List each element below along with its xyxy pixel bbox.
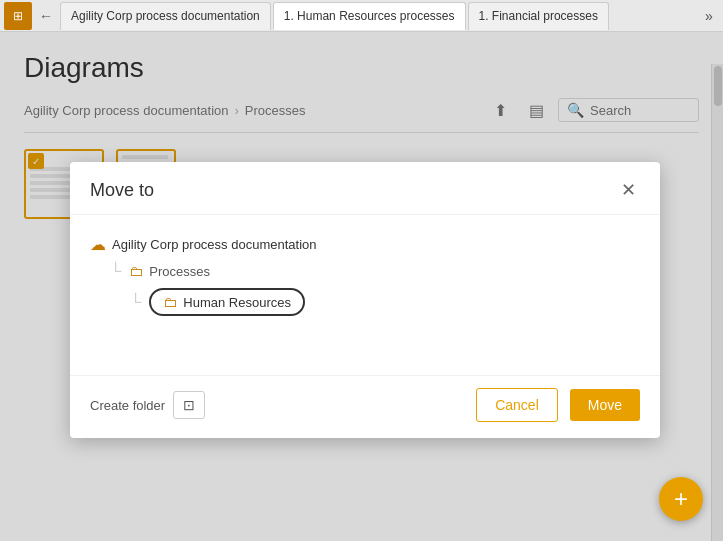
cloud-icon: ☁	[90, 235, 106, 254]
create-folder-icon: ⊡	[183, 397, 195, 413]
create-folder-area: Create folder ⊡	[90, 391, 205, 419]
tree-root-label: Agility Corp process documentation	[112, 237, 317, 252]
tree-level-2: └ 🗀 Human Resources	[110, 284, 640, 320]
tree-human-resources-label: Human Resources	[183, 295, 291, 310]
tab-bar: ⊞ ← Agility Corp process documentation 1…	[0, 0, 723, 32]
tree-item-processes[interactable]: └ 🗀 Processes	[110, 258, 640, 284]
tree-connector-2: └	[130, 293, 141, 311]
tab-financial-processes[interactable]: 1. Financial processes	[468, 2, 609, 30]
move-button[interactable]: Move	[570, 389, 640, 421]
cancel-button[interactable]: Cancel	[476, 388, 558, 422]
modal-dialog: Move to ✕ ☁ Agility Corp process documen…	[70, 162, 660, 438]
folder-icon-human-resources: 🗀	[163, 294, 177, 310]
tab-more-button[interactable]: »	[699, 6, 719, 26]
app-icon: ⊞	[4, 2, 32, 30]
tree-connector: └	[110, 262, 121, 280]
create-folder-button[interactable]: ⊡	[173, 391, 205, 419]
tab-human-resources[interactable]: 1. Human Resources processes	[273, 2, 466, 30]
tree-processes-label: Processes	[149, 264, 210, 279]
modal-body: ☁ Agility Corp process documentation └ 🗀…	[70, 215, 660, 375]
tree-item-root[interactable]: ☁ Agility Corp process documentation	[90, 231, 640, 258]
modal-close-button[interactable]: ✕	[616, 178, 640, 202]
selected-item-human-resources[interactable]: 🗀 Human Resources	[149, 288, 305, 316]
tree-level-1: └ 🗀 Processes └ 🗀 Human Resources	[90, 258, 640, 320]
main-area: Diagrams Agility Corp process documentat…	[0, 32, 723, 541]
modal-footer: Create folder ⊡ Cancel Move	[70, 375, 660, 438]
fab-icon: +	[674, 485, 688, 513]
back-button[interactable]: ←	[34, 4, 58, 28]
modal-header: Move to ✕	[70, 162, 660, 215]
close-icon: ✕	[621, 179, 636, 201]
fab-button[interactable]: +	[659, 477, 703, 521]
tree-item-human-resources[interactable]: └ 🗀 Human Resources	[130, 284, 640, 320]
modal-overlay: Move to ✕ ☁ Agility Corp process documen…	[0, 32, 723, 541]
create-folder-label: Create folder	[90, 398, 165, 413]
folder-icon-processes: 🗀	[129, 263, 143, 279]
tab-agility-corp[interactable]: Agility Corp process documentation	[60, 2, 271, 30]
modal-title: Move to	[90, 180, 154, 201]
